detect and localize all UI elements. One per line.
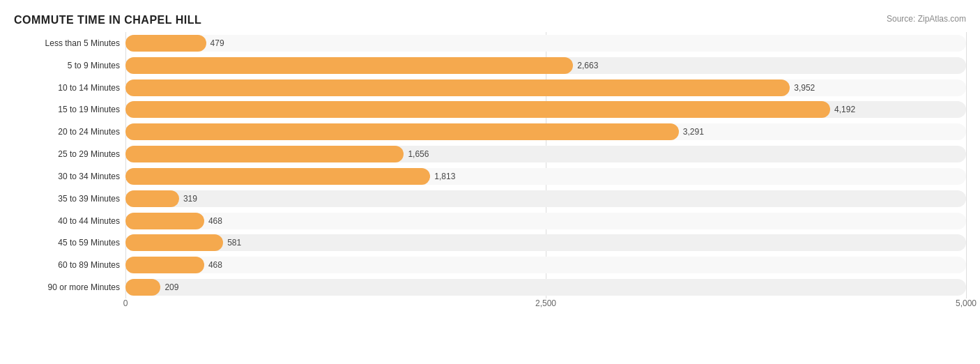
bar-value: 319	[183, 194, 197, 204]
bar-fill: 209	[125, 279, 160, 296]
bar-value: 479	[210, 38, 224, 48]
bar-fill: 3,291	[125, 123, 679, 140]
bar-value: 1,656	[408, 149, 429, 159]
bar-label: Less than 5 Minutes	[14, 38, 125, 48]
bar-track: 4,192	[125, 101, 966, 118]
bar-track: 3,291	[125, 123, 966, 140]
x-tick: 5,000	[956, 298, 977, 308]
bar-label: 10 to 14 Minutes	[14, 83, 125, 93]
bar-label: 25 to 29 Minutes	[14, 149, 125, 159]
bar-row: 90 or more Minutes209	[14, 276, 966, 298]
bar-value: 3,952	[794, 83, 815, 93]
bar-row: 10 to 14 Minutes3,952	[14, 77, 966, 99]
bar-label: 5 to 9 Minutes	[14, 61, 125, 70]
bar-row: 35 to 39 Minutes319	[14, 188, 966, 210]
bar-row: 30 to 34 Minutes1,813	[14, 165, 966, 188]
bar-track: 1,813	[125, 168, 966, 185]
bar-value: 2,663	[577, 61, 598, 70]
x-tick: 2,500	[535, 298, 556, 308]
bar-track: 581	[125, 234, 966, 251]
bar-fill: 479	[125, 35, 206, 52]
bar-label: 40 to 44 Minutes	[14, 216, 125, 226]
bar-track: 479	[125, 35, 966, 52]
bar-fill: 1,813	[125, 168, 430, 185]
bar-label: 35 to 39 Minutes	[14, 194, 125, 204]
bar-fill: 2,663	[125, 57, 573, 74]
bar-fill: 1,656	[125, 146, 404, 162]
bar-track: 3,952	[125, 79, 966, 96]
bar-row: 20 to 24 Minutes3,291	[14, 121, 966, 143]
bar-row: 5 to 9 Minutes2,663	[14, 54, 966, 77]
bar-value: 468	[208, 216, 222, 226]
bar-fill: 581	[125, 234, 223, 251]
bar-row: 40 to 44 Minutes468	[14, 210, 966, 232]
bar-label: 20 to 24 Minutes	[14, 127, 125, 137]
bar-track: 209	[125, 279, 966, 296]
grid-line-100	[966, 32, 967, 298]
bar-value: 468	[208, 260, 222, 270]
bar-row: 60 to 89 Minutes468	[14, 254, 966, 276]
bar-fill: 3,952	[125, 79, 790, 96]
bar-row: 15 to 19 Minutes4,192	[14, 98, 966, 121]
bar-label: 45 to 59 Minutes	[14, 238, 125, 248]
x-axis: 02,5005,000	[125, 298, 966, 319]
bar-row: 45 to 59 Minutes581	[14, 232, 966, 254]
bar-track: 468	[125, 213, 966, 229]
bars-section: Less than 5 Minutes4795 to 9 Minutes2,66…	[14, 32, 966, 298]
bar-fill: 319	[125, 190, 179, 207]
bar-value: 209	[164, 282, 178, 292]
bar-row: 25 to 29 Minutes1,656	[14, 143, 966, 165]
x-tick: 0	[123, 298, 128, 308]
bar-track: 1,656	[125, 146, 966, 162]
bar-label: 30 to 34 Minutes	[14, 172, 125, 181]
bar-value: 3,291	[683, 127, 704, 137]
bar-value: 4,192	[834, 105, 855, 114]
bar-fill: 468	[125, 213, 204, 229]
source-label: Source: ZipAtlas.com	[887, 14, 966, 24]
bar-track: 2,663	[125, 57, 966, 74]
bar-label: 60 to 89 Minutes	[14, 260, 125, 270]
bar-value: 1,813	[434, 172, 455, 181]
bar-value: 581	[227, 238, 241, 248]
chart-container: COMMUTE TIME IN CHAPEL HILL Source: ZipA…	[0, 0, 980, 364]
bar-label: 15 to 19 Minutes	[14, 105, 125, 114]
bar-fill: 4,192	[125, 101, 830, 118]
bar-track: 468	[125, 257, 966, 273]
chart-title: COMMUTE TIME IN CHAPEL HILL	[14, 14, 966, 26]
bar-track: 319	[125, 190, 966, 207]
bar-row: Less than 5 Minutes479	[14, 32, 966, 54]
chart-area: Less than 5 Minutes4795 to 9 Minutes2,66…	[14, 32, 966, 319]
bar-label: 90 or more Minutes	[14, 282, 125, 292]
bar-fill: 468	[125, 257, 204, 273]
